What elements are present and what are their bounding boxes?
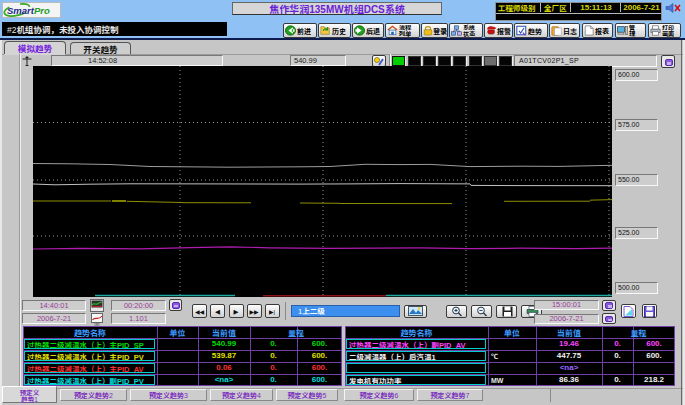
svg-text:SmartPro: SmartPro — [7, 5, 50, 16]
